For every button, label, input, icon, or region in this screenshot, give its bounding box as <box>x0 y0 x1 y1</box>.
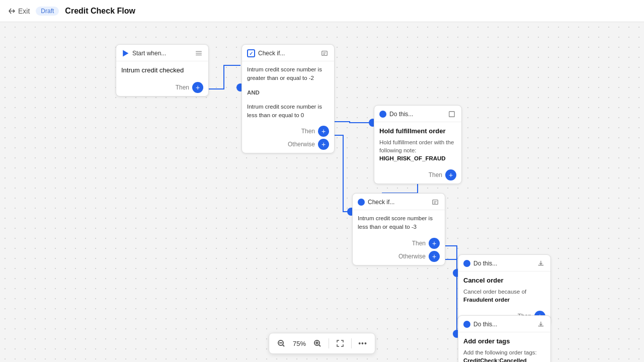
check1-otherwise-label: Otherwise <box>288 141 315 148</box>
start-node-header-left: Start when... <box>121 49 166 57</box>
start-node-header: Start when... <box>116 45 208 61</box>
check2-otherwise-row: Otherwise + <box>358 251 440 262</box>
zoom-in-button[interactable] <box>309 335 326 351</box>
do3-header: Do this... <box>458 316 550 332</box>
check2-otherwise-add-button[interactable]: + <box>429 251 440 262</box>
check1-header: Check if... <box>242 45 334 61</box>
check1-condition1: Intrum credit score number is greater th… <box>242 61 334 87</box>
svg-rect-4 <box>449 112 455 117</box>
start-node-footer: Then + <box>116 79 208 96</box>
check2-settings-icon[interactable] <box>431 198 440 207</box>
check1-header-left: Check if... <box>247 49 285 57</box>
check1-label: Check if... <box>258 50 285 57</box>
check-node-2[interactable]: Check if... Intrum credit score number i… <box>352 193 445 265</box>
svg-rect-2 <box>196 55 202 55</box>
do3-download-icon[interactable] <box>536 320 545 329</box>
do-node-1[interactable]: Do this... Hold fulfillment order Hold f… <box>374 105 462 184</box>
start-node[interactable]: Start when... Intrum credit checked Then… <box>116 44 209 97</box>
exit-button[interactable]: Exit <box>8 7 30 15</box>
check1-and: AND <box>242 88 334 103</box>
do1-footer: Then + <box>374 166 461 184</box>
check2-footer: Then + Otherwise + <box>353 236 445 265</box>
do1-desc: Hold fulfillment order with the followin… <box>379 138 456 162</box>
check1-then-row: Then + <box>247 126 329 137</box>
do1-header: Do this... <box>374 106 461 122</box>
do-node-2[interactable]: Do this... Cancel order Cancel order bec… <box>458 254 551 325</box>
do1-title: Hold fulfillment order <box>379 126 456 136</box>
start-then-label: Then <box>176 84 189 91</box>
do3-title: Add order tags <box>463 336 545 346</box>
draft-badge: Draft <box>36 7 59 16</box>
svg-rect-0 <box>196 51 202 52</box>
do1-download-icon[interactable] <box>447 110 456 119</box>
check2-then-label: Then <box>412 240 426 247</box>
do3-body: Add order tags Add the following order t… <box>458 332 550 362</box>
fit-to-screen-button[interactable] <box>332 335 348 351</box>
exit-label: Exit <box>18 7 30 15</box>
check2-condition: Intrum credit score number is less than … <box>353 210 445 236</box>
check1-otherwise-row: Otherwise + <box>247 139 329 150</box>
check1-settings-icon[interactable] <box>320 49 329 58</box>
do2-title: Cancel order <box>463 276 545 286</box>
toolbar-divider-2 <box>351 338 352 348</box>
do3-header-left: Do this... <box>463 321 497 328</box>
check1-then-label: Then <box>301 128 315 135</box>
check1-condition2: Intrum credit score number is less than … <box>242 103 334 124</box>
zoom-toolbar: 75% ••• <box>269 333 375 354</box>
do2-desc: Cancel order because of Fraudulent order <box>463 288 545 304</box>
zoom-level: 75% <box>290 340 308 347</box>
do2-bold: Fraudulent order <box>463 297 510 303</box>
check2-then-add-button[interactable]: + <box>429 238 440 249</box>
do1-body: Hold fulfillment order Hold fulfillment … <box>374 122 461 166</box>
do1-input-dot <box>379 111 386 118</box>
do1-note: HIGH_RISK_OF_FRAUD <box>379 155 446 161</box>
do2-header: Do this... <box>458 255 550 272</box>
do2-label: Do this... <box>473 260 497 267</box>
toolbar-divider-1 <box>329 338 329 348</box>
do1-header-left: Do this... <box>379 111 413 118</box>
do2-header-left: Do this... <box>463 260 497 267</box>
start-node-body: Intrum credit checked <box>116 61 208 79</box>
do3-tags: CreditCheck:Cancelled <box>463 357 527 362</box>
start-node-label: Start when... <box>132 50 166 57</box>
more-options-button[interactable]: ••• <box>355 335 371 351</box>
header: Exit Draft Credit Check Flow <box>0 0 644 22</box>
do1-label: Do this... <box>389 111 413 118</box>
check-node-1[interactable]: Check if... Intrum credit score number i… <box>242 44 335 153</box>
check2-header: Check if... <box>353 194 445 210</box>
check1-then-add-button[interactable]: + <box>318 126 329 137</box>
check1-icon <box>247 49 255 57</box>
svg-rect-5 <box>433 200 438 205</box>
check1-otherwise-add-button[interactable]: + <box>318 139 329 150</box>
page-title: Credit Check Flow <box>65 7 135 16</box>
check2-header-left: Check if... <box>358 199 394 206</box>
do2-download-icon[interactable] <box>536 259 545 268</box>
do3-input-dot <box>463 321 470 328</box>
svg-rect-3 <box>322 51 328 56</box>
flow-canvas: Start when... Intrum credit checked Then… <box>0 22 644 362</box>
check2-otherwise-label: Otherwise <box>398 253 426 260</box>
check2-label: Check if... <box>368 199 394 206</box>
start-node-settings-icon[interactable] <box>194 49 203 58</box>
do2-input-dot <box>463 260 470 267</box>
do-node-3[interactable]: Do this... Add order tags Add the follow… <box>458 315 551 362</box>
zoom-out-button[interactable] <box>273 335 289 351</box>
do1-add-button[interactable]: + <box>445 169 456 180</box>
do1-then-label: Then <box>429 171 442 178</box>
do2-body: Cancel order Cancel order because of Fra… <box>458 272 550 308</box>
start-add-button[interactable]: + <box>192 82 203 93</box>
do3-desc: Add the following order tags: CreditChec… <box>463 348 545 363</box>
do3-label: Do this... <box>473 321 497 328</box>
svg-rect-1 <box>196 53 202 53</box>
check2-input-dot <box>358 199 365 206</box>
play-icon <box>121 49 129 57</box>
check2-then-row: Then + <box>358 238 440 249</box>
check1-footer: Then + Otherwise + <box>242 124 334 153</box>
